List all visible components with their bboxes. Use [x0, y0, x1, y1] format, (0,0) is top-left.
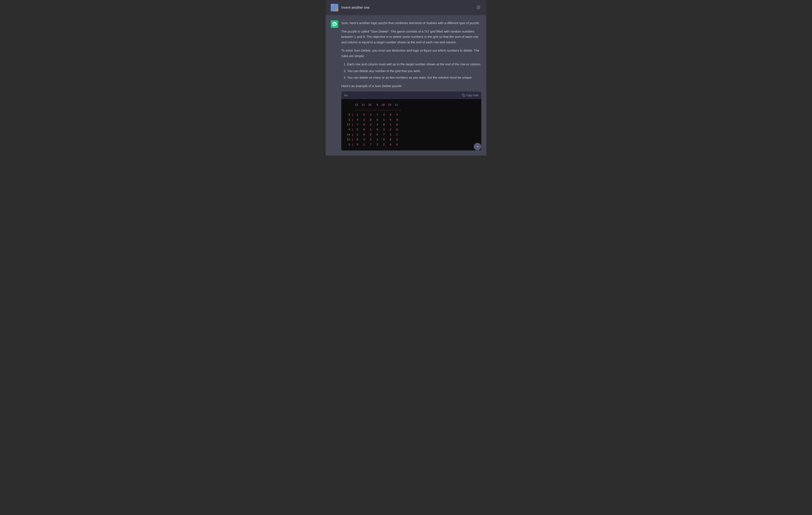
paragraph2: To solve Sum Delete, you must use deduct… — [341, 48, 481, 59]
rule-3: You can delete as many or as few numbers… — [347, 75, 481, 80]
rules-list: Each row and column must add up to the t… — [341, 61, 481, 80]
intro-paragraph: Sure, here's another logic puzzle that c… — [341, 20, 481, 26]
svg-rect-0 — [463, 95, 465, 97]
code-language: lua — [344, 93, 348, 97]
copy-icon — [462, 94, 465, 97]
rule-1: Each row and column must add up to the t… — [347, 61, 481, 67]
paragraph1: The puzzle is called "Sum Delete". The g… — [341, 29, 481, 45]
rule-2: You can delete any number in the grid th… — [347, 68, 481, 74]
code-block: lua Copy code 12 11 26 9 18 25 11 ------… — [341, 91, 481, 150]
user-avatar-image — [331, 4, 338, 11]
copy-code-button[interactable]: Copy code — [462, 94, 478, 97]
code-block-header: lua Copy code — [341, 91, 481, 99]
chevron-down-icon — [476, 145, 479, 148]
user-avatar — [331, 4, 338, 11]
edit-button[interactable] — [476, 5, 481, 11]
assistant-message-row: Sure, here's another logic puzzle that c… — [326, 15, 486, 155]
edit-icon — [476, 5, 481, 9]
message-text: Sure, here's another logic puzzle that c… — [341, 20, 481, 150]
user-message-text: Invent another one — [341, 6, 481, 9]
example-intro: Here's an example of a Sum Delete puzzle… — [341, 83, 481, 89]
user-message-row: Invent another one — [326, 0, 486, 15]
message-content: Sure, here's another logic puzzle that c… — [341, 20, 481, 150]
assistant-avatar — [331, 20, 338, 28]
scroll-bottom-button[interactable] — [474, 143, 481, 150]
code-content: 12 11 26 9 18 25 11 --------------------… — [341, 99, 481, 150]
chatgpt-icon — [332, 22, 337, 26]
